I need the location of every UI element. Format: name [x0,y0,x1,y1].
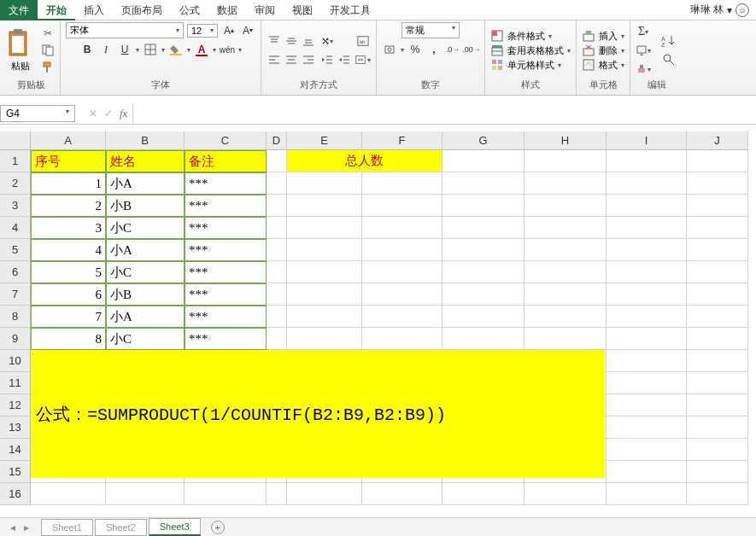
cell[interactable]: 小B [106,195,185,217]
conditional-formatting[interactable]: 条件格式▾ [490,30,571,43]
align-left-icon[interactable] [267,52,282,67]
cell[interactable] [442,306,525,328]
row-header[interactable]: 11 [0,372,31,394]
cell[interactable] [31,483,106,505]
cell[interactable] [687,261,748,283]
row-header[interactable]: 14 [0,439,31,461]
cell[interactable] [687,439,748,461]
row-header[interactable]: 4 [0,217,31,239]
cell[interactable] [442,239,525,261]
cell[interactable] [267,217,287,239]
italic-button[interactable]: I [98,42,114,57]
indent-increase-icon[interactable] [337,52,352,67]
cell[interactable] [442,172,525,195]
align-center-icon[interactable] [284,52,299,67]
cell[interactable] [287,306,362,328]
cell[interactable]: 小A [106,306,185,328]
cell[interactable] [607,350,687,372]
align-right-icon[interactable] [301,52,316,67]
cell[interactable] [525,239,607,261]
sheet-nav-next-icon[interactable]: ▸ [21,521,32,533]
cell[interactable] [687,217,748,239]
cell[interactable] [362,239,442,261]
increase-decimal-icon[interactable]: .0→ [445,42,460,57]
cell[interactable] [607,417,687,439]
cell[interactable] [687,306,748,328]
cell[interactable]: *** [185,283,267,306]
tab-insert[interactable]: 插入 [75,0,113,20]
tab-formulas[interactable]: 公式 [171,0,208,20]
col-header[interactable]: E [287,131,362,150]
accept-formula-icon[interactable]: ✓ [104,108,113,119]
cell[interactable] [607,306,687,328]
cell[interactable]: *** [185,172,267,195]
cell[interactable] [525,483,607,505]
bold-button[interactable]: B [79,42,95,57]
row-header[interactable]: 12 [0,394,31,417]
cell[interactable] [525,306,607,328]
cell[interactable]: *** [185,195,267,217]
cell[interactable]: 小C [106,328,185,350]
cell[interactable] [687,150,748,172]
cell[interactable]: *** [185,261,267,283]
format-cells[interactable]: 格式▾ [582,59,624,72]
cell[interactable]: 序号 [31,150,106,172]
cancel-formula-icon[interactable]: ✕ [89,108,97,119]
cell[interactable] [687,417,748,439]
row-header[interactable]: 8 [0,306,31,328]
cell[interactable] [185,483,267,505]
decrease-decimal-icon[interactable]: .00→ [464,42,479,57]
cell[interactable] [267,195,287,217]
cell[interactable]: 5 [31,261,106,283]
underline-button[interactable]: U [117,42,132,57]
cell[interactable] [687,461,748,483]
tab-file[interactable]: 文件 [0,0,38,20]
cell[interactable] [287,195,362,217]
cell[interactable] [687,328,748,350]
cell[interactable]: 姓名 [106,150,185,172]
cell[interactable]: 小B [106,283,185,306]
indent-decrease-icon[interactable] [319,52,335,67]
row-header[interactable]: 7 [0,283,31,306]
cell[interactable] [442,150,525,172]
cell[interactable]: 6 [31,283,106,306]
col-header[interactable]: G [442,131,525,150]
cell[interactable]: *** [185,239,267,261]
wrap-text-icon[interactable]: ab [355,33,371,49]
cell[interactable] [442,283,525,306]
cell[interactable] [607,394,687,417]
cell[interactable] [287,217,362,239]
sheet-tab[interactable]: Sheet1 [41,519,93,536]
sheet-tab[interactable]: Sheet3 [149,518,201,536]
cell[interactable] [607,172,687,195]
cell[interactable]: 总人数 [287,150,442,172]
row-header[interactable]: 3 [0,195,31,217]
cell[interactable] [687,483,748,505]
col-header[interactable]: F [362,131,442,150]
cell[interactable] [525,150,607,172]
cell[interactable]: 8 [31,328,106,350]
cell[interactable]: 7 [31,306,106,328]
cell[interactable] [442,328,525,350]
clear-icon[interactable]: ▾ [636,61,651,77]
cell[interactable] [362,195,442,217]
cell[interactable] [267,283,287,306]
paste-button[interactable]: 粘贴 [7,29,34,73]
col-header[interactable]: B [106,131,185,150]
fill-icon[interactable]: ▾ [636,43,651,58]
cell[interactable] [525,195,607,217]
cell[interactable] [687,172,748,195]
cell[interactable] [267,261,287,283]
cell[interactable]: *** [185,217,267,239]
cell[interactable]: 2 [31,195,106,217]
cell[interactable] [362,306,442,328]
cell[interactable] [442,483,525,505]
row-header[interactable]: 9 [0,328,31,350]
copy-icon[interactable] [41,44,55,57]
cell[interactable]: 小C [106,261,185,283]
user-area[interactable]: 琳琳 林 ▾ ☺ [690,3,749,17]
row-header[interactable]: 16 [0,483,31,505]
decrease-font-icon[interactable]: A▾ [240,23,255,38]
increase-font-icon[interactable]: A▴ [221,23,237,38]
font-size-dropdown[interactable]: 12▾ [187,24,218,38]
